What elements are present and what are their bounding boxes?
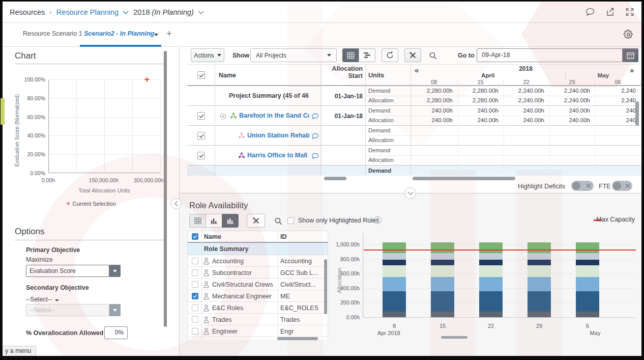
row-comment-icon[interactable] (311, 133, 319, 140)
comment-icon-wrap[interactable] (311, 113, 319, 122)
role-stacked-histogram-button[interactable] (222, 214, 239, 228)
max-capacity-line (364, 250, 636, 251)
role-id: Engr (280, 328, 325, 335)
breadcrumb-resource-planning[interactable]: Resource Planning (56, 8, 129, 16)
expand-icon[interactable] (625, 8, 634, 16)
grid-row-partial[interactable]: Demand (187, 165, 641, 176)
role-tools-button[interactable] (247, 214, 265, 228)
fte-toggle[interactable] (612, 181, 632, 191)
stacked-bar[interactable] (479, 229, 503, 317)
grid-row[interactable]: Harris Office to Mall Sky...DemandAlloca… (187, 146, 641, 165)
allocation-value-cell: 2,280.00h (458, 97, 499, 103)
role-checkbox[interactable] (192, 269, 198, 276)
role-checkbox[interactable] (192, 281, 198, 288)
project-name-link[interactable]: Barefoot in the Sand Co... (239, 112, 309, 119)
role-checkbox[interactable] (192, 316, 198, 323)
expand-icon-wrap[interactable] (220, 113, 226, 122)
comment-icon[interactable] (586, 8, 595, 16)
role-chart-hscrollbar[interactable] (441, 336, 467, 339)
comment-icon-wrap[interactable] (311, 132, 319, 142)
overallocation-input[interactable]: 0% (104, 326, 128, 339)
grid-row[interactable]: Project Summary (45 of 46 ...01-Jan-18De… (187, 86, 641, 106)
row-checkbox[interactable] (197, 112, 205, 120)
bar-segment-segment_4 (576, 265, 599, 277)
role-row[interactable]: TradesTrades (188, 314, 328, 325)
check-icon (199, 154, 204, 158)
role-checkbox[interactable] (192, 304, 198, 311)
role-id: GCC Sub L... (280, 269, 325, 276)
actions-button[interactable]: Actions (191, 48, 224, 62)
share-icon[interactable] (605, 8, 615, 16)
stacked-bar[interactable] (383, 229, 406, 317)
highlight-deficits-toggle[interactable] (571, 181, 594, 191)
stacked-bar[interactable] (528, 229, 551, 317)
comment-icon-wrap[interactable] (311, 152, 319, 161)
column-line (365, 86, 366, 106)
project-filter-select[interactable]: All Projects (250, 48, 337, 62)
tab-scenario2[interactable]: Scenario2 - In Planning (84, 30, 154, 37)
column-line (215, 106, 215, 126)
role-select-all-checkbox[interactable] (192, 233, 198, 240)
breadcrumb-resources[interactable]: Resources (10, 8, 45, 16)
expand-row-icon[interactable] (220, 113, 226, 120)
settings-gear-icon[interactable] (624, 30, 633, 39)
row-comment-icon[interactable] (311, 113, 319, 120)
role-column-id[interactable]: ID (280, 233, 287, 240)
tools-button[interactable] (404, 48, 421, 62)
project-name-link[interactable]: Union Station Rehab (247, 132, 309, 139)
primary-objective-select-button[interactable] (109, 265, 121, 277)
column-header-units[interactable]: Units (368, 72, 384, 79)
tab-menu-caret-icon[interactable] (154, 29, 158, 38)
project-name-link[interactable]: Harris Office to Mall Sky... (247, 152, 309, 159)
current-selection-point[interactable]: + (144, 76, 150, 83)
role-row[interactable]: EngineerEngr (188, 325, 328, 337)
role-table-hscrollbar[interactable] (277, 337, 318, 340)
role-row[interactable]: Civil/Structural CrewsCivil/Struct... (188, 279, 328, 290)
grid-row[interactable]: Union Station RehabDemandAllocation (187, 126, 641, 146)
role-row[interactable]: SubcontractorGCC Sub L... (188, 267, 328, 279)
role-summary-row[interactable]: Role Summary (188, 243, 328, 255)
role-checkbox[interactable] (192, 293, 198, 299)
primary-objective-select[interactable]: Evaluation Score (26, 265, 109, 277)
role-row[interactable]: AccountingAccounting (188, 255, 328, 267)
tab-resource-scenario-1[interactable]: Resource Scenario 1 (23, 30, 82, 37)
collapse-left-panel-button[interactable] (170, 198, 182, 209)
show-only-highlighted-checkbox[interactable] (287, 217, 294, 224)
role-table-vscrollbar[interactable] (324, 259, 327, 314)
column-header-allocation-start[interactable]: AllocationStart (320, 65, 363, 79)
secondary-objective-link[interactable]: --Select-- (26, 296, 59, 303)
select-all-checkbox[interactable] (197, 71, 205, 79)
stacked-bar[interactable] (431, 229, 454, 317)
role-histogram-button[interactable] (206, 214, 222, 228)
role-row[interactable]: Mechanical EngineerME (188, 290, 328, 302)
role-checkbox[interactable] (192, 328, 198, 335)
scatter-plot-area[interactable]: + (48, 79, 160, 173)
row-checkbox[interactable] (197, 132, 205, 140)
goto-calendar-button[interactable] (623, 48, 638, 62)
help-icon[interactable]: ? (374, 216, 382, 224)
role-column-name[interactable]: Name (204, 233, 221, 240)
tools-icon (252, 217, 260, 225)
column-header-name[interactable]: Name (219, 72, 236, 79)
breadcrumb-plan[interactable]: 2018 (In Planning) (133, 8, 204, 16)
gantt-view-button[interactable] (359, 48, 375, 62)
grid-row[interactable]: Barefoot in the Sand Co...01-Jan-18Deman… (187, 106, 641, 126)
grid-vscrollbar[interactable] (635, 101, 639, 126)
grid-left-hscrollbar[interactable] (324, 177, 346, 180)
goto-date-input[interactable]: 09-Apr-18 (477, 48, 623, 62)
role-checkbox[interactable] (192, 258, 198, 264)
left-panel-scrollbar[interactable] (164, 51, 167, 327)
add-scenario-button[interactable]: + (166, 28, 172, 39)
collapse-bottom-panel-button[interactable] (404, 187, 416, 199)
grid-view-button[interactable] (342, 48, 359, 62)
refresh-button[interactable] (382, 48, 398, 62)
row-checkbox[interactable] (197, 152, 205, 159)
units-allocation-label: Allocation (368, 117, 394, 123)
stacked-bar[interactable] (576, 229, 599, 317)
role-search-icon[interactable] (274, 217, 283, 226)
role-table-view-button[interactable] (189, 214, 206, 228)
grid-timeline-hscrollbar[interactable] (413, 177, 515, 180)
search-icon[interactable] (429, 51, 437, 60)
role-row[interactable]: E&C RolesE&C_ROLES (188, 302, 328, 314)
row-comment-icon[interactable] (311, 153, 319, 159)
